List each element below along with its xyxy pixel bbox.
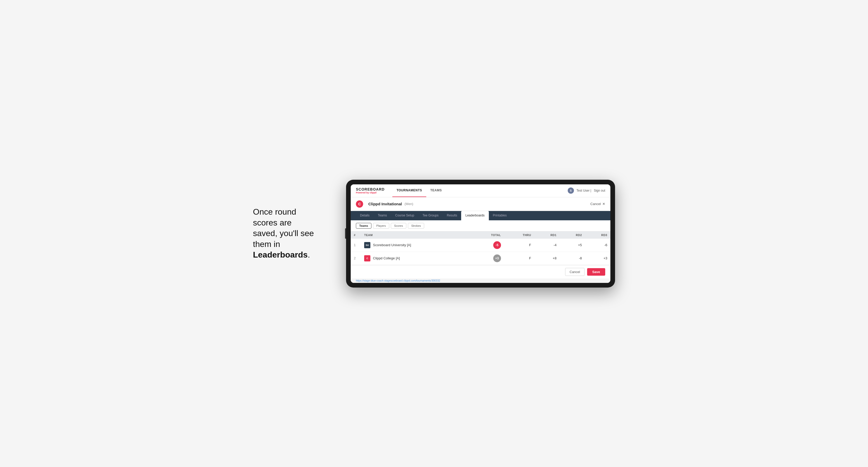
page-wrapper: Once round scores are saved, you'll see …	[253, 180, 615, 287]
logo-subtitle: Powered by clippd	[356, 191, 384, 194]
nav-item-teams[interactable]: TEAMS	[426, 184, 446, 197]
url-bar: https://stage-blue-coach.stagescoeboard.…	[351, 279, 610, 283]
sub-nav-results[interactable]: Results	[442, 211, 461, 220]
url-text: https://stage-blue-coach.stagescoeboard.…	[356, 279, 440, 282]
description-line3: saved, you'll see	[253, 228, 314, 238]
rd2-cell: +5	[560, 239, 585, 252]
team-cell: SU Scoreboard University [A]	[361, 239, 471, 252]
table-container: # TEAM TOTAL THRU RD1 RD2 RD3 1 SU	[351, 231, 610, 265]
rd3-cell: -6	[585, 239, 610, 252]
leaderboard-table: # TEAM TOTAL THRU RD1 RD2 RD3 1 SU	[351, 231, 610, 265]
col-rd2: RD2	[560, 231, 585, 239]
logo-sub-prefix: Powered by	[356, 191, 370, 194]
cancel-btn-top[interactable]: Cancel ✕	[590, 202, 605, 206]
filter-teams[interactable]: Teams	[356, 223, 371, 228]
rd1-cell: +8	[534, 252, 560, 265]
user-avatar: S	[568, 187, 574, 194]
cancel-label: Cancel	[590, 202, 601, 206]
user-name: Test User |	[577, 189, 591, 192]
thru-cell: F	[504, 239, 534, 252]
rank-cell: 1	[351, 239, 361, 252]
rd3-cell: +3	[585, 252, 610, 265]
tournament-header: C Clippd Invitational (Men) Cancel ✕	[351, 197, 610, 211]
tournament-gender: (Men)	[404, 202, 413, 206]
col-total: TOTAL	[471, 231, 504, 239]
team-logo: C	[364, 255, 370, 261]
description-line2: scores are	[253, 218, 291, 227]
sub-nav-tee-groups[interactable]: Tee Groups	[418, 211, 442, 220]
bottom-bar: Cancel Save	[351, 265, 610, 279]
col-rd3: RD3	[585, 231, 610, 239]
table-row: 1 SU Scoreboard University [A] -5 F -4 +…	[351, 239, 610, 252]
sub-nav-printables[interactable]: Printables	[489, 211, 511, 220]
cancel-button[interactable]: Cancel	[565, 268, 584, 276]
description-bold: Leaderboards	[253, 250, 308, 259]
sub-nav: Details Teams Course Setup Tee Groups Re…	[351, 211, 610, 220]
team-name: Scoreboard University [A]	[373, 243, 411, 247]
rd1-cell: -4	[534, 239, 560, 252]
nav-items: TOURNAMENTS TEAMS	[392, 184, 568, 197]
col-team: TEAM	[361, 231, 471, 239]
tournament-info: C Clippd Invitational (Men)	[356, 200, 413, 208]
filter-strokes[interactable]: Strokes	[408, 223, 424, 228]
left-description: Once round scores are saved, you'll see …	[253, 207, 331, 260]
team-cell: C Clippd College [A]	[361, 252, 471, 265]
filter-bar: Teams Players Scores Strokes	[351, 220, 610, 231]
logo-sub-brand: clippd	[370, 191, 377, 194]
col-rank: #	[351, 231, 361, 239]
sub-nav-leaderboards[interactable]: Leaderboards	[461, 211, 489, 220]
total-cell: +3	[471, 252, 504, 265]
table-row: 2 C Clippd College [A] +3 F +8 -8 +3	[351, 252, 610, 265]
team-name: Clippd College [A]	[373, 256, 400, 260]
rd2-cell: -8	[560, 252, 585, 265]
sign-out-link[interactable]: Sign out	[594, 189, 605, 192]
logo-title: SCOREBOARD	[356, 187, 384, 191]
description-line1: Once round	[253, 207, 296, 216]
sub-nav-details[interactable]: Details	[356, 211, 374, 220]
nav-item-tournaments[interactable]: TOURNAMENTS	[392, 184, 426, 197]
top-nav: SCOREBOARD Powered by clippd TOURNAMENTS…	[351, 184, 610, 197]
tournament-name: Clippd Invitational	[368, 202, 402, 206]
description-line4: them in	[253, 240, 280, 249]
tournament-logo: C	[356, 200, 363, 208]
col-thru: THRU	[504, 231, 534, 239]
thru-cell: F	[504, 252, 534, 265]
col-rd1: RD1	[534, 231, 560, 239]
save-button[interactable]: Save	[587, 268, 605, 276]
filter-scores[interactable]: Scores	[391, 223, 406, 228]
tablet-screen: SCOREBOARD Powered by clippd TOURNAMENTS…	[351, 184, 610, 283]
total-cell: -5	[471, 239, 504, 252]
tablet-frame: SCOREBOARD Powered by clippd TOURNAMENTS…	[346, 180, 615, 287]
nav-right: S Test User | Sign out	[568, 187, 605, 194]
side-notch	[345, 228, 346, 239]
logo-area: SCOREBOARD Powered by clippd	[356, 187, 384, 194]
close-icon: ✕	[602, 202, 605, 206]
sub-nav-course-setup[interactable]: Course Setup	[391, 211, 418, 220]
score-badge: +3	[493, 254, 501, 262]
table-header-row: # TEAM TOTAL THRU RD1 RD2 RD3	[351, 231, 610, 239]
rank-cell: 2	[351, 252, 361, 265]
filter-players[interactable]: Players	[373, 223, 389, 228]
score-badge: -5	[493, 241, 501, 249]
team-logo: SU	[364, 242, 370, 248]
sub-nav-teams[interactable]: Teams	[374, 211, 391, 220]
